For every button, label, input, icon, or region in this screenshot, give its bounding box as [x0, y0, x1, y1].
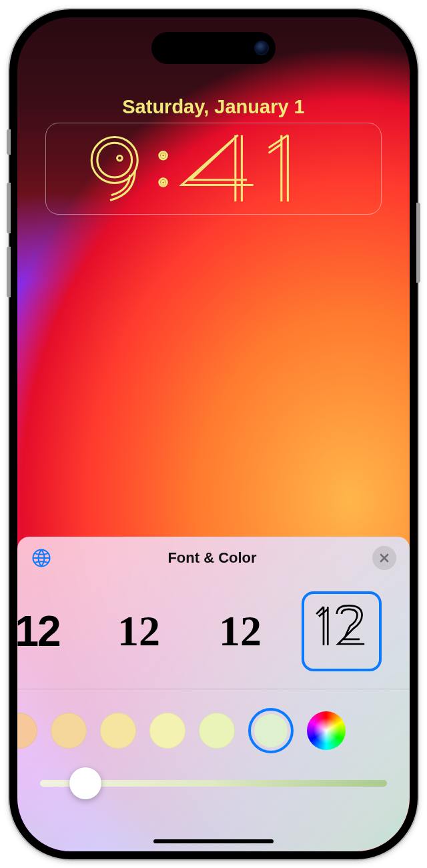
- close-button[interactable]: [372, 546, 396, 570]
- svg-point-4: [161, 154, 165, 157]
- dynamic-island: [151, 32, 276, 64]
- slider-thumb[interactable]: [69, 767, 101, 799]
- iphone-frame: Saturday, January 1: [9, 9, 418, 859]
- font-options-row: 12 12 12 12: [17, 579, 410, 689]
- color-swatch[interactable]: [51, 713, 87, 749]
- screen: Saturday, January 1: [17, 17, 410, 851]
- svg-point-5: [159, 179, 167, 187]
- svg-point-1: [97, 143, 132, 177]
- front-camera-icon: [254, 41, 269, 55]
- volume-down-button: [7, 247, 11, 297]
- color-swatch-selected[interactable]: [248, 708, 294, 753]
- font-option-label: 12: [219, 607, 262, 656]
- lockscreen-clock: 9:41: [79, 130, 348, 207]
- sheet-title: Font & Color: [167, 549, 256, 567]
- home-indicator[interactable]: [153, 839, 274, 843]
- color-swatch[interactable]: [149, 713, 185, 749]
- color-swatch-row: [17, 689, 410, 760]
- weight-slider[interactable]: [40, 780, 387, 787]
- side-button: [416, 203, 420, 283]
- svg-point-3: [159, 152, 167, 160]
- font-option-slab[interactable]: 12: [200, 591, 280, 671]
- color-picker-button[interactable]: [307, 711, 346, 750]
- svg-point-2: [117, 155, 122, 161]
- globe-icon: [31, 548, 51, 568]
- lockscreen-date: Saturday, January 1: [17, 96, 410, 118]
- font-option-label: 12: [17, 607, 60, 656]
- font-option-label: 12: [117, 607, 160, 656]
- color-swatch[interactable]: [17, 713, 37, 749]
- font-option-stencil[interactable]: 12: [17, 591, 77, 671]
- color-swatch: [254, 714, 288, 747]
- color-swatch[interactable]: [100, 713, 136, 749]
- silent-switch: [7, 129, 11, 155]
- font-option-serif[interactable]: 12: [99, 591, 179, 671]
- font-color-sheet: Font & Color 12 12 12: [17, 537, 410, 851]
- font-option-label: 12: [312, 596, 372, 666]
- svg-point-6: [161, 181, 165, 184]
- font-option-outline[interactable]: 12: [302, 591, 382, 671]
- globe-button[interactable]: [31, 547, 52, 569]
- weight-slider-row: [17, 760, 410, 787]
- close-icon: [379, 553, 390, 563]
- volume-up-button: [7, 183, 11, 233]
- color-swatch[interactable]: [199, 713, 235, 749]
- clock-edit-box[interactable]: 9:41: [45, 123, 382, 215]
